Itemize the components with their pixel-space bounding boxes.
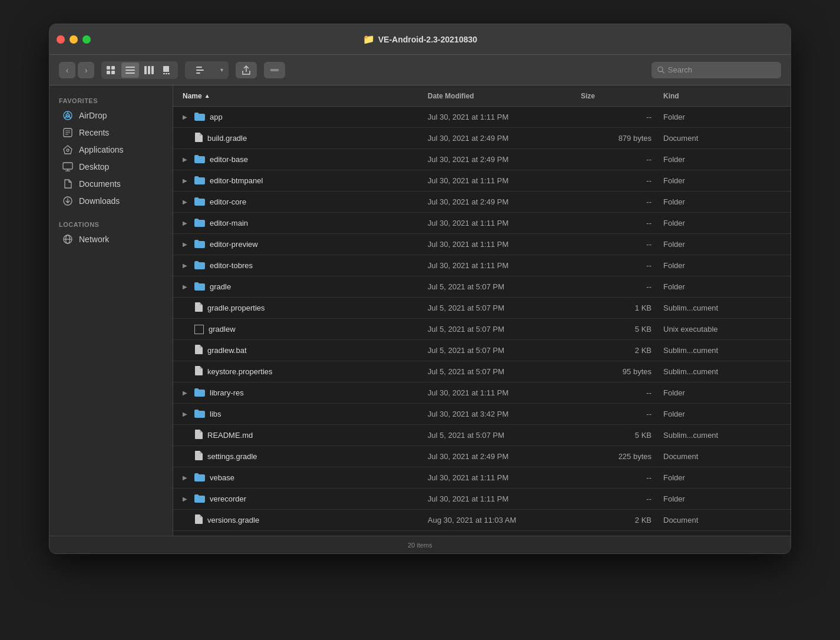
maximize-button[interactable]	[82, 35, 91, 44]
sidebar-item-airdrop[interactable]: AirDrop	[53, 107, 169, 124]
expand-arrow[interactable]: ▶	[183, 496, 190, 502]
file-icon	[194, 345, 203, 356]
file-row[interactable]: ▶ libs Jul 30, 2021 at 3:42 PM -- Folder	[173, 404, 791, 425]
file-size: 95 bytes	[581, 367, 663, 376]
file-icon	[194, 302, 203, 314]
file-size: --	[581, 113, 663, 121]
file-row[interactable]: ▶ editor-base Jul 30, 2021 at 2:49 PM --…	[173, 149, 791, 170]
svg-rect-9	[151, 66, 154, 74]
applications-label: Applications	[79, 145, 124, 154]
file-row[interactable]: ▶ gradlew Jul 5, 2021 at 5:07 PM 5 KB Un…	[173, 319, 791, 340]
view-columns-button[interactable]	[140, 62, 158, 78]
search-bar[interactable]	[652, 62, 781, 78]
file-date: Jul 30, 2021 at 2:49 PM	[428, 134, 581, 143]
view-list-button[interactable]	[121, 62, 139, 78]
file-row[interactable]: ▶ versions.gradle Aug 30, 2021 at 11:03 …	[173, 510, 791, 531]
file-name: gradlew.bat	[207, 346, 247, 355]
documents-icon	[62, 179, 73, 189]
file-date: Jul 30, 2021 at 1:11 PM	[428, 240, 581, 249]
search-input[interactable]	[668, 65, 775, 74]
expand-arrow[interactable]: ▶	[183, 262, 190, 269]
expand-arrow[interactable]: ▶	[183, 114, 190, 120]
view-icon-button[interactable]	[102, 62, 120, 78]
svg-rect-15	[196, 70, 204, 71]
sidebar-item-applications[interactable]: Applications	[53, 141, 169, 158]
sidebar-item-recents[interactable]: Recents	[53, 124, 169, 141]
col-header-name[interactable]: Name ▲	[183, 92, 428, 100]
sort-dropdown-button[interactable]: ▾	[216, 62, 227, 78]
file-row[interactable]: ▶ app Jul 30, 2021 at 1:11 PM -- Folder	[173, 107, 791, 128]
close-button[interactable]	[57, 35, 65, 44]
file-size: 2 KB	[581, 346, 663, 355]
file-date: Jul 30, 2021 at 1:11 PM	[428, 473, 581, 482]
sidebar-item-network[interactable]: Network	[53, 231, 169, 248]
folder-icon	[194, 154, 205, 165]
col-header-kind[interactable]: Kind	[663, 92, 781, 100]
gradlew-icon	[194, 325, 204, 334]
file-name-cell: ▶ versions.gradle	[183, 514, 428, 526]
file-row[interactable]: ▶ editor-main Jul 30, 2021 at 1:11 PM --…	[173, 213, 791, 234]
forward-button[interactable]: ›	[78, 62, 94, 78]
file-date: Jul 30, 2021 at 1:11 PM	[428, 261, 581, 270]
file-row[interactable]: ▶ vebase Jul 30, 2021 at 1:11 PM -- Fold…	[173, 467, 791, 489]
back-button[interactable]: ‹	[59, 62, 75, 78]
downloads-icon	[62, 196, 73, 206]
nav-buttons: ‹ ›	[59, 62, 94, 78]
col-header-size[interactable]: Size	[581, 92, 663, 100]
col-header-date[interactable]: Date Modified	[428, 92, 581, 100]
file-kind: Folder	[663, 410, 781, 418]
file-size: --	[581, 240, 663, 249]
share-button[interactable]	[236, 62, 257, 78]
minimize-button[interactable]	[70, 35, 78, 44]
sidebar-item-documents[interactable]: Documents	[53, 176, 169, 192]
sort-options-button[interactable]	[186, 62, 216, 78]
view-gallery-button[interactable]	[159, 62, 177, 78]
file-name-cell: ▶ vebase	[183, 473, 428, 483]
expand-arrow[interactable]: ▶	[183, 411, 190, 417]
file-row[interactable]: ▶ gradle.properties Jul 5, 2021 at 5:07 …	[173, 298, 791, 319]
file-row[interactable]: ▶ editor-btmpanel Jul 30, 2021 at 1:11 P…	[173, 170, 791, 192]
traffic-lights	[57, 35, 91, 44]
sidebar-item-downloads[interactable]: Downloads	[53, 193, 169, 209]
file-date: Jul 30, 2021 at 1:11 PM	[428, 494, 581, 503]
file-name-cell: ▶ gradle	[183, 282, 428, 292]
file-kind: Sublim...cument	[663, 367, 781, 376]
file-row[interactable]: ▶ gradle Jul 5, 2021 at 5:07 PM -- Folde…	[173, 276, 791, 298]
folder-icon	[194, 176, 205, 186]
expand-arrow[interactable]: ▶	[183, 283, 190, 290]
file-row[interactable]: ▶ verecorder Jul 30, 2021 at 1:11 PM -- …	[173, 489, 791, 510]
expand-arrow[interactable]: ▶	[183, 177, 190, 184]
file-row[interactable]: ▶ gradlew.bat Jul 5, 2021 at 5:07 PM 2 K…	[173, 340, 791, 361]
file-row[interactable]: ▶ library-res Jul 30, 2021 at 1:11 PM --…	[173, 382, 791, 404]
file-name-cell: ▶ editor-main	[183, 218, 428, 229]
file-row[interactable]: ▶ editor-tobres Jul 30, 2021 at 1:11 PM …	[173, 255, 791, 276]
file-kind: Document	[663, 452, 781, 461]
status-bar: 20 items	[49, 536, 791, 553]
file-row[interactable]: ▶ settings.gradle Jul 30, 2021 at 2:49 P…	[173, 446, 791, 467]
expand-arrow[interactable]: ▶	[183, 390, 190, 396]
file-date: Jul 5, 2021 at 5:07 PM	[428, 282, 581, 291]
file-date: Jul 30, 2021 at 2:49 PM	[428, 197, 581, 206]
file-row[interactable]: ▶ editor-preview Jul 30, 2021 at 1:11 PM…	[173, 234, 791, 255]
svg-rect-1	[111, 66, 115, 70]
svg-rect-6	[125, 72, 135, 74]
file-name: build.gradle	[207, 134, 247, 143]
sidebar-item-desktop[interactable]: Desktop	[53, 159, 169, 175]
expand-arrow[interactable]: ▶	[183, 241, 190, 248]
file-row[interactable]: ▶ README.md Jul 5, 2021 at 5:07 PM 5 KB …	[173, 425, 791, 446]
file-name-cell: ▶ editor-core	[183, 197, 428, 207]
file-size: --	[581, 410, 663, 418]
file-kind: Folder	[663, 113, 781, 121]
file-size: --	[581, 494, 663, 503]
file-name: gradle.properties	[207, 303, 265, 312]
more-options-button[interactable]	[264, 62, 285, 78]
file-row[interactable]: ▶ editor-core Jul 30, 2021 at 2:49 PM --…	[173, 192, 791, 213]
expand-arrow[interactable]: ▶	[183, 156, 190, 163]
file-kind: Document	[663, 134, 781, 143]
folder-icon	[194, 112, 205, 123]
file-row[interactable]: ▶ build.gradle Jul 30, 2021 at 2:49 PM 8…	[173, 128, 791, 149]
expand-arrow[interactable]: ▶	[183, 474, 190, 481]
file-row[interactable]: ▶ keystore.properties Jul 5, 2021 at 5:0…	[173, 361, 791, 382]
expand-arrow[interactable]: ▶	[183, 220, 190, 226]
expand-arrow[interactable]: ▶	[183, 199, 190, 205]
